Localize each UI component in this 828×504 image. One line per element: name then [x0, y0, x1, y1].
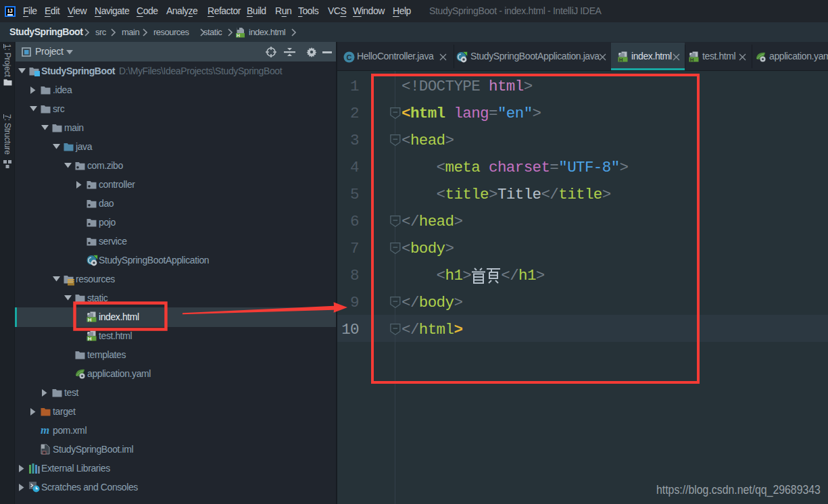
- svg-text:C: C: [346, 53, 351, 61]
- svg-text:H: H: [88, 336, 92, 341]
- svg-text:H: H: [619, 57, 623, 62]
- svg-text:H: H: [690, 57, 694, 62]
- svg-text:H: H: [88, 317, 92, 322]
- svg-text:H: H: [237, 33, 240, 38]
